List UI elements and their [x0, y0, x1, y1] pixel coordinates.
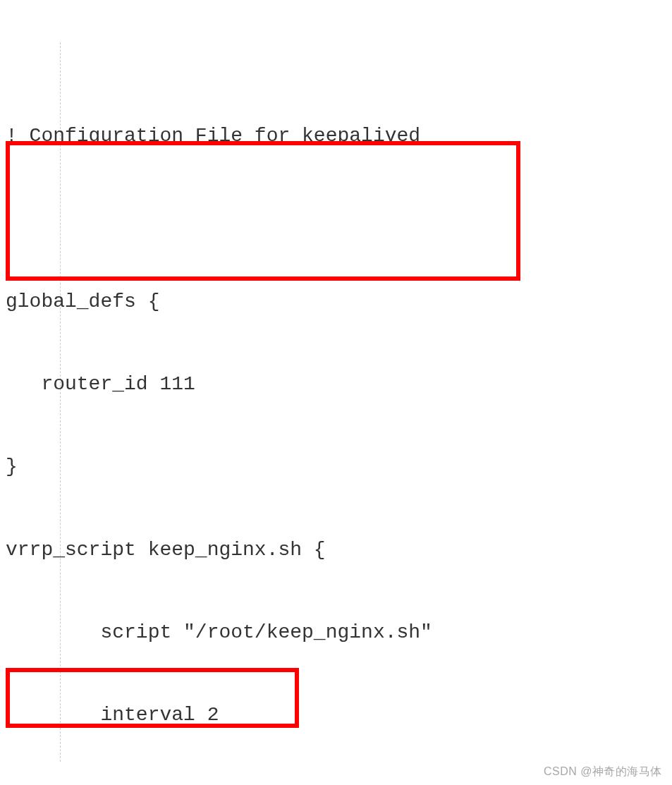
indent-guide — [60, 42, 61, 762]
code-line: interval 2 — [6, 701, 666, 729]
watermark-text: CSDN @神奇的海马体 — [544, 764, 662, 779]
code-line: vrrp_script keep_nginx.sh { — [6, 536, 666, 564]
code-line: router_id 111 — [6, 370, 666, 398]
code-line: global_defs { — [6, 288, 666, 315]
code-line: ! Configuration File for keepalived — [6, 122, 666, 150]
code-line — [6, 205, 666, 232]
code-block: ! Configuration File for keepalived glob… — [0, 0, 672, 785]
code-line: script "/root/keep_nginx.sh" — [6, 619, 666, 646]
code-line: } — [6, 453, 666, 480]
